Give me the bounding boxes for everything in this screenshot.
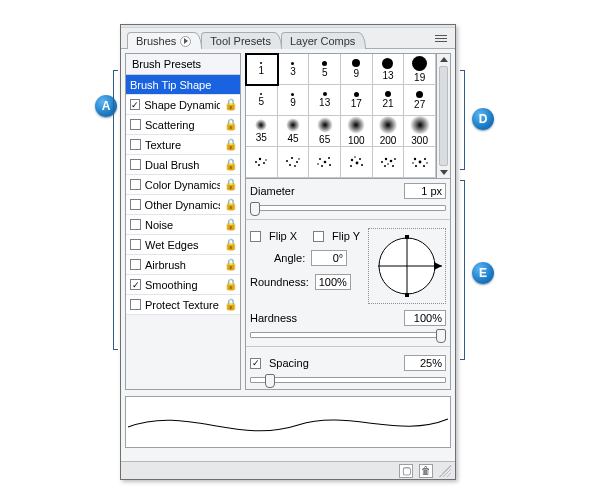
swatch[interactable]: 5 xyxy=(246,85,278,116)
brush-preset-grid[interactable]: 1 3 5 9 13 19 5 9 13 17 21 27 xyxy=(245,53,437,179)
swatch[interactable]: 200 xyxy=(373,116,405,147)
svg-point-14 xyxy=(321,165,323,167)
lock-icon[interactable]: 🔒 xyxy=(224,298,236,311)
flipx-checkbox[interactable] xyxy=(250,231,261,242)
swatch[interactable]: 13 xyxy=(373,54,405,85)
lock-icon[interactable]: 🔒 xyxy=(224,278,236,291)
grid-scrollbar[interactable] xyxy=(437,53,451,179)
flipy-checkbox[interactable] xyxy=(313,231,324,242)
swatch[interactable] xyxy=(404,147,436,178)
angle-input[interactable] xyxy=(311,250,347,266)
swatch[interactable]: 65 xyxy=(309,116,341,147)
sidebar-item-brush-tip-shape[interactable]: Brush Tip Shape 🔒 xyxy=(126,75,240,95)
swatch[interactable]: 9 xyxy=(341,54,373,85)
scroll-up-icon[interactable] xyxy=(440,57,448,62)
spacing-slider[interactable] xyxy=(250,377,446,383)
svg-point-8 xyxy=(289,164,291,166)
svg-point-12 xyxy=(323,161,326,164)
svg-marker-40 xyxy=(434,262,442,270)
scroll-down-icon[interactable] xyxy=(440,170,448,175)
angle-control[interactable] xyxy=(368,228,446,304)
tab-tool-presets[interactable]: Tool Presets xyxy=(201,32,282,49)
svg-point-16 xyxy=(317,163,319,165)
angle-circle-icon xyxy=(372,231,442,301)
swatch[interactable]: 13 xyxy=(309,85,341,116)
svg-point-22 xyxy=(355,156,357,158)
checkbox[interactable] xyxy=(130,279,141,290)
checkbox[interactable] xyxy=(130,179,141,190)
sidebar-header[interactable]: Brush Presets xyxy=(126,54,240,75)
sidebar-item-airbrush[interactable]: Airbrush 🔒 xyxy=(126,255,240,275)
scroll-thumb[interactable] xyxy=(439,66,448,166)
spacing-checkbox[interactable] xyxy=(250,358,261,369)
checkbox[interactable] xyxy=(130,299,141,310)
lock-icon[interactable]: 🔒 xyxy=(224,178,236,191)
swatch[interactable] xyxy=(246,147,278,178)
spacing-input[interactable] xyxy=(404,355,446,371)
lock-icon[interactable]: 🔒 xyxy=(224,258,236,271)
new-preset-icon[interactable]: ▢ xyxy=(399,464,413,478)
sidebar-item-noise[interactable]: Noise 🔒 xyxy=(126,215,240,235)
callout-d: D xyxy=(472,108,494,130)
swatch[interactable]: 21 xyxy=(373,85,405,116)
sidebar-item-texture[interactable]: Texture 🔒 xyxy=(126,135,240,155)
svg-point-15 xyxy=(329,164,331,166)
tab-brushes[interactable]: Brushes xyxy=(127,32,202,49)
swatch[interactable]: 45 xyxy=(278,116,310,147)
swatch[interactable]: 1 xyxy=(246,54,278,85)
checkbox[interactable] xyxy=(130,259,141,270)
swatch[interactable]: 5 xyxy=(309,54,341,85)
checkbox[interactable] xyxy=(130,159,141,170)
panel-menu-icon[interactable] xyxy=(435,31,451,45)
hardness-slider[interactable] xyxy=(250,332,446,338)
lock-icon[interactable]: 🔒 xyxy=(224,158,236,171)
resize-grip[interactable] xyxy=(439,465,451,477)
sidebar-item-protect-texture[interactable]: Protect Texture 🔒 xyxy=(126,295,240,315)
lock-icon[interactable]: 🔒 xyxy=(224,138,236,151)
hardness-label: Hardness xyxy=(250,312,297,324)
swatch[interactable]: 17 xyxy=(341,85,373,116)
svg-point-3 xyxy=(258,164,260,166)
swatch[interactable]: 27 xyxy=(404,85,436,116)
lock-icon[interactable]: 🔒 xyxy=(224,218,236,231)
roundness-input[interactable] xyxy=(315,274,351,290)
checkbox[interactable] xyxy=(130,119,141,130)
svg-point-21 xyxy=(361,164,363,166)
bracket-d xyxy=(460,70,465,170)
checkbox[interactable] xyxy=(130,239,141,250)
swatch[interactable] xyxy=(341,147,373,178)
sidebar-item-color-dynamics[interactable]: Color Dynamics 🔒 xyxy=(126,175,240,195)
sidebar-item-shape-dynamics[interactable]: Shape Dynamics 🔒 xyxy=(126,95,240,115)
sidebar-item-other-dynamics[interactable]: Other Dynamics 🔒 xyxy=(126,195,240,215)
swatch[interactable]: 35 xyxy=(246,116,278,147)
swatch[interactable]: 100 xyxy=(341,116,373,147)
hardness-input[interactable] xyxy=(404,310,446,326)
sidebar-item-wet-edges[interactable]: Wet Edges 🔒 xyxy=(126,235,240,255)
swatch[interactable]: 19 xyxy=(404,54,436,85)
checkbox[interactable] xyxy=(130,199,141,210)
swatch[interactable]: 3 xyxy=(278,54,310,85)
lock-icon[interactable]: 🔒 xyxy=(224,198,236,211)
lock-icon[interactable]: 🔒 xyxy=(224,118,236,131)
tab-layer-comps[interactable]: Layer Comps xyxy=(281,32,366,49)
sidebar-item-smoothing[interactable]: Smoothing 🔒 xyxy=(126,275,240,295)
sidebar-item-scattering[interactable]: Scattering 🔒 xyxy=(126,115,240,135)
swatch[interactable] xyxy=(278,147,310,178)
diameter-input[interactable] xyxy=(404,183,446,199)
trash-icon[interactable]: 🗑 xyxy=(419,464,433,478)
diameter-slider[interactable] xyxy=(250,205,446,211)
lock-icon[interactable]: 🔒 xyxy=(224,238,236,251)
checkbox[interactable] xyxy=(130,99,140,110)
svg-point-23 xyxy=(381,161,383,163)
swatch[interactable] xyxy=(309,147,341,178)
play-icon[interactable] xyxy=(180,36,191,47)
checkbox[interactable] xyxy=(130,219,141,230)
swatch[interactable]: 300 xyxy=(404,116,436,147)
swatch[interactable]: 9 xyxy=(278,85,310,116)
brushes-panel: Brushes Tool Presets Layer Comps Brush P… xyxy=(120,24,456,480)
swatch[interactable] xyxy=(373,147,405,178)
lock-icon[interactable]: 🔒 xyxy=(224,98,236,111)
sidebar-item-dual-brush[interactable]: Dual Brush 🔒 xyxy=(126,155,240,175)
spatter-icon xyxy=(410,154,430,170)
checkbox[interactable] xyxy=(130,139,141,150)
